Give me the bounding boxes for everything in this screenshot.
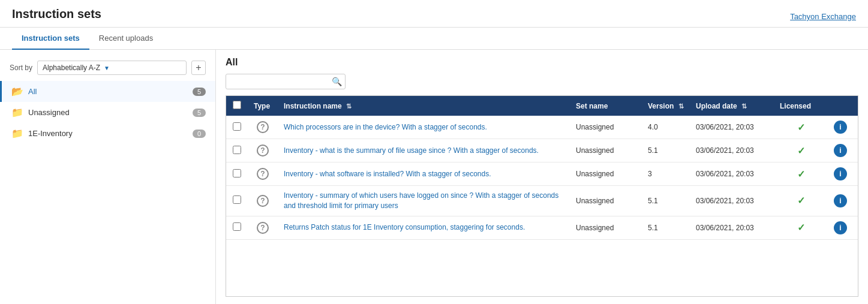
search-icon[interactable]: 🔍 — [332, 77, 342, 86]
question-icon: ? — [257, 222, 269, 234]
th-set-name: Set name — [570, 96, 642, 116]
sidebar-badge-all: 5 — [193, 88, 206, 96]
sort-arrows-name: ⇅ — [346, 103, 352, 110]
sort-row: Sort by Alphabetically A-Z ▼ + — [0, 57, 215, 81]
row-checkbox-4[interactable] — [233, 222, 241, 231]
instruction-link-1[interactable]: Inventory - what is the summary of file … — [284, 146, 539, 155]
tab-recent-uploads[interactable]: Recent uploads — [89, 28, 163, 50]
row-licensed-cell: ✓ — [774, 186, 828, 216]
row-setname-cell: Unassigned — [570, 186, 642, 216]
info-icon-2[interactable]: i — [834, 167, 847, 180]
th-version[interactable]: Version ⇅ — [642, 96, 690, 116]
row-instruction-cell: Returns Patch status for 1E Inventory co… — [278, 216, 570, 239]
row-action-cell: i — [828, 139, 858, 162]
row-upload-cell: 03/06/2021, 20:03 — [690, 162, 774, 186]
search-row: 🔍 — [226, 74, 858, 89]
row-action-cell: i — [828, 116, 858, 139]
sidebar-item-label-unassigned: Unassigned — [28, 108, 193, 117]
main-content: Sort by Alphabetically A-Z ▼ + 📂 All 5 📁… — [0, 50, 868, 304]
question-icon: ? — [257, 145, 269, 156]
row-type-cell: ? — [248, 139, 278, 162]
check-icon: ✓ — [797, 146, 805, 156]
row-instruction-cell: Inventory - what software is installed? … — [278, 162, 570, 186]
info-icon-1[interactable]: i — [834, 144, 847, 157]
row-checkbox-0[interactable] — [233, 122, 241, 131]
instruction-link-0[interactable]: Which processors are in the device? With… — [284, 123, 487, 131]
info-icon-0[interactable]: i — [834, 121, 847, 134]
row-checkbox-cell — [226, 216, 248, 239]
sort-label: Sort by — [10, 64, 32, 72]
sidebar-badge-unassigned: 5 — [193, 109, 206, 117]
tab-instruction-sets[interactable]: Instruction sets — [12, 28, 89, 50]
row-version-cell: 4.0 — [642, 116, 690, 139]
th-instruction-name[interactable]: Instruction name ⇅ — [278, 96, 570, 116]
table-row: ? Inventory - what software is installed… — [226, 162, 858, 186]
row-instruction-cell: Inventory - what is the summary of file … — [278, 139, 570, 162]
table-row: ? Returns Patch status for 1E Inventory … — [226, 216, 858, 239]
row-version-cell: 5.1 — [642, 186, 690, 216]
question-icon: ? — [257, 195, 269, 207]
th-upload-date[interactable]: Upload date ⇅ — [690, 96, 774, 116]
instruction-link-2[interactable]: Inventory - what software is installed? … — [284, 170, 491, 178]
instruction-table: Type Instruction name ⇅ Set name Version… — [226, 96, 858, 240]
row-setname-cell: Unassigned — [570, 216, 642, 239]
tabs-bar: Instruction sets Recent uploads — [0, 28, 868, 50]
search-input[interactable] — [231, 77, 332, 86]
sort-select-dropdown[interactable]: Alphabetically A-Z ▼ — [37, 61, 187, 75]
check-icon: ✓ — [797, 169, 805, 179]
app-container: Instruction sets Tachyon Exchange Instru… — [0, 0, 868, 304]
row-licensed-cell: ✓ — [774, 116, 828, 139]
table-body: ? Which processors are in the device? Wi… — [226, 116, 858, 239]
sort-arrows-upload: ⇅ — [741, 103, 747, 110]
th-type: Type — [248, 96, 278, 116]
table-row: ? Inventory - summary of which users hav… — [226, 186, 858, 216]
row-licensed-cell: ✓ — [774, 162, 828, 186]
check-icon: ✓ — [797, 222, 805, 233]
tachyon-exchange-link[interactable]: Tachyon Exchange — [790, 12, 856, 27]
sort-value: Alphabetically A-Z — [43, 64, 100, 72]
sidebar-item-unassigned[interactable]: 📁 Unassigned 5 — [0, 102, 215, 123]
row-licensed-cell: ✓ — [774, 216, 828, 239]
row-version-cell: 5.1 — [642, 139, 690, 162]
row-type-cell: ? — [248, 216, 278, 239]
info-icon-4[interactable]: i — [834, 221, 847, 234]
row-setname-cell: Unassigned — [570, 162, 642, 186]
table-container: Type Instruction name ⇅ Set name Version… — [226, 95, 858, 297]
row-type-cell: ? — [248, 186, 278, 216]
table-row: ? Which processors are in the device? Wi… — [226, 116, 858, 139]
instruction-link-4[interactable]: Returns Patch status for 1E Inventory co… — [284, 223, 525, 231]
row-upload-cell: 03/06/2021, 20:03 — [690, 216, 774, 239]
add-button[interactable]: + — [191, 61, 206, 75]
th-action — [828, 96, 858, 116]
folder-icon-1e-inventory: 📁 — [11, 128, 23, 139]
row-checkbox-cell — [226, 186, 248, 216]
instruction-link-3[interactable]: Inventory - summary of which users have … — [284, 191, 558, 210]
row-upload-cell: 03/06/2021, 20:03 — [690, 139, 774, 162]
th-checkbox — [226, 96, 248, 116]
sidebar-item-1e-inventory[interactable]: 📁 1E-Inventory 0 — [0, 123, 215, 144]
content-area: All 🔍 Type — [216, 50, 868, 304]
check-icon: ✓ — [797, 122, 805, 133]
sidebar-badge-1e-inventory: 0 — [193, 130, 206, 138]
sidebar-item-label-all: All — [28, 87, 193, 96]
row-licensed-cell: ✓ — [774, 139, 828, 162]
row-checkbox-2[interactable] — [233, 169, 241, 177]
sidebar-item-all[interactable]: 📂 All 5 — [0, 81, 215, 102]
row-action-cell: i — [828, 216, 858, 239]
check-icon: ✓ — [797, 195, 805, 206]
row-checkbox-cell — [226, 162, 248, 186]
folder-open-icon: 📂 — [11, 86, 23, 97]
sidebar-item-label-1e-inventory: 1E-Inventory — [28, 129, 193, 138]
info-icon-3[interactable]: i — [834, 194, 847, 207]
select-all-checkbox[interactable] — [233, 101, 241, 109]
row-checkbox-3[interactable] — [233, 195, 241, 204]
row-checkbox-1[interactable] — [233, 146, 241, 154]
row-upload-cell: 03/06/2021, 20:03 — [690, 116, 774, 139]
row-setname-cell: Unassigned — [570, 116, 642, 139]
question-icon: ? — [257, 121, 269, 133]
row-checkbox-cell — [226, 116, 248, 139]
row-instruction-cell: Which processors are in the device? With… — [278, 116, 570, 139]
th-licensed: Licensed — [774, 96, 828, 116]
row-instruction-cell: Inventory - summary of which users have … — [278, 186, 570, 216]
row-version-cell: 3 — [642, 162, 690, 186]
